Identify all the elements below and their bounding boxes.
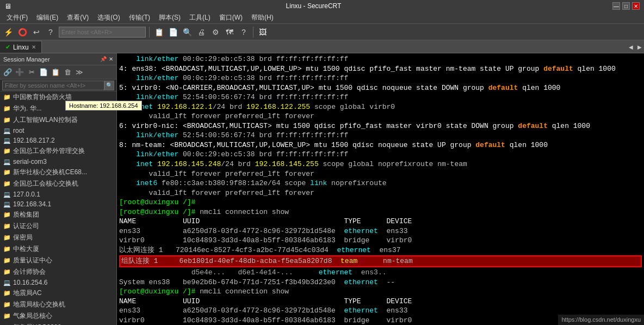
- toolbar-extra[interactable]: 🖼: [257, 26, 269, 38]
- session-item-label: 地震局AC: [13, 289, 42, 298]
- list-item[interactable]: 💻 192.168.217.2: [0, 136, 116, 145]
- list-item[interactable]: 💻 127.0.0.1: [0, 189, 116, 199]
- folder-icon: 📁: [3, 246, 11, 253]
- toolbar-copy[interactable]: 📋: [153, 26, 165, 38]
- session-filter-input[interactable]: [2, 81, 104, 90]
- list-item[interactable]: 📁 气象局总核心: [0, 310, 116, 322]
- terminal-line: link/ether 00:0c:29:eb:c5:38 brd ff:ff:f…: [119, 73, 642, 83]
- session-item-label: 气象局总核心: [13, 311, 52, 321]
- list-item[interactable]: 📁 地震局核心交换机: [0, 299, 116, 310]
- host-input[interactable]: [59, 27, 146, 38]
- session-filter-search-btn[interactable]: 🔍: [104, 81, 114, 90]
- terminal-line: [root@duxingxu /]#: [119, 198, 642, 207]
- menu-view[interactable]: 查看(V): [63, 12, 93, 23]
- terminal-line: valid_lft forever preferred_lft forever: [119, 188, 642, 198]
- terminal-line: d5e4e... d6e1-4e14-... ethernet ens3..: [119, 268, 642, 278]
- list-item[interactable]: 📁 质检集团: [0, 209, 116, 220]
- menu-options[interactable]: 选项(O): [93, 12, 124, 23]
- toolbar-find[interactable]: 🔍: [181, 26, 193, 38]
- session-icon: 💻: [3, 200, 11, 208]
- session-delete-btn[interactable]: 🗑: [62, 67, 73, 78]
- list-item[interactable]: 📁 会计师协会: [0, 266, 116, 278]
- session-close-icon[interactable]: ✕: [109, 56, 113, 62]
- highlight-row-1: 组队连接 1 6eb1801d-40ef-48db-acba-f5ea5a820…: [119, 255, 642, 267]
- terminal[interactable]: link/ether 00:0c:29:eb:c5:38 brd ff:ff:f…: [117, 53, 644, 325]
- tab-prev-button[interactable]: ◀: [627, 41, 635, 53]
- session-toolbar: 🔗 ➕ ✂ 📄 📋 🗑 ≫: [0, 65, 116, 79]
- folder-icon: 📁: [3, 116, 11, 124]
- session-pin-icon[interactable]: 📌: [100, 56, 107, 62]
- tab-close-button[interactable]: ✕: [32, 44, 36, 50]
- session-item-label: 127.0.0.1: [13, 191, 40, 198]
- list-item[interactable]: 📁 中检大厦: [0, 243, 116, 255]
- list-item[interactable]: 📁 地震局AC: [0, 287, 116, 299]
- toolbar-connect[interactable]: ⚡: [2, 26, 14, 38]
- toolbar-map[interactable]: 🗺: [224, 26, 236, 38]
- list-item[interactable]: 📁 质量认证中心: [0, 255, 116, 266]
- terminal-line: link/ether 52:54:00:56:67:74 brd ff:ff:f…: [119, 93, 642, 102]
- session-filter: 🔍: [0, 79, 116, 91]
- toolbar-paste[interactable]: 📄: [167, 26, 179, 38]
- folder-icon: 📁: [3, 148, 11, 155]
- session-toggle-btn[interactable]: ≫: [74, 67, 85, 78]
- tab-bar: ✔ Linxu ✕ ◀ ▶: [0, 40, 644, 53]
- folder-icon: 📁: [3, 257, 11, 265]
- toolbar-disconnect[interactable]: ⭕: [16, 26, 28, 38]
- session-cut-btn[interactable]: ✂: [26, 67, 37, 78]
- list-item[interactable]: 📁 全国总工会带外管理交换: [0, 145, 116, 157]
- session-connect-btn[interactable]: 🔗: [2, 67, 13, 78]
- menu-transfer[interactable]: 传输(T): [125, 12, 154, 23]
- toolbar-quick-connect[interactable]: ?: [45, 26, 57, 38]
- list-item[interactable]: 📁 新华社核心交换机CE68...: [0, 167, 116, 178]
- list-item[interactable]: 📁 人工智能WLAN控制器: [0, 114, 116, 126]
- folder-icon: 📁: [3, 169, 11, 176]
- session-item-label: 地震局核心交换机: [13, 300, 65, 309]
- session-item-label: 中检大厦: [13, 244, 39, 254]
- list-item[interactable]: 📁 全国总工会核心交换机: [0, 178, 116, 189]
- terminal-line: [root@duxingxu /]# nmcli connection show: [119, 207, 642, 217]
- session-icon: 💻: [3, 127, 11, 134]
- toolbar-reconnect[interactable]: ↩: [30, 26, 42, 38]
- menu-file[interactable]: 文件(F): [2, 12, 32, 23]
- folder-icon: 📁: [3, 290, 11, 297]
- minimize-button[interactable]: —: [612, 2, 620, 10]
- list-item[interactable]: 💻 serial-com3: [0, 157, 116, 167]
- folder-icon: 📁: [3, 94, 11, 101]
- folder-icon: 📁: [3, 234, 11, 242]
- folder-icon: 📁: [3, 312, 11, 320]
- terminal-line: 6: virbr0-nic: <BROADCAST,MULTICAST> mtu…: [119, 121, 642, 131]
- list-item[interactable]: 💻 10.16.254.6: [0, 278, 116, 287]
- tab-linxu[interactable]: ✔ Linxu ✕: [0, 41, 42, 53]
- menu-script[interactable]: 脚本(S): [154, 12, 185, 23]
- terminal-line: 4: ens38: <BROADCAST,MULTICAST,UP,LOWER_…: [119, 64, 642, 74]
- terminal-line: 以太网连接 1 720146ec-8527-4cf3-a2bc-77d45c4c…: [119, 246, 642, 255]
- terminal-line: inet 192.168.145.248/24 brd 192.168.145.…: [119, 160, 642, 169]
- session-paste-btn[interactable]: 📋: [50, 67, 61, 78]
- menu-help[interactable]: 帮助(H): [247, 12, 278, 23]
- session-item-label: 认证公司: [13, 222, 39, 231]
- menu-window[interactable]: 窗口(W): [215, 12, 247, 23]
- menu-edit[interactable]: 编辑(E): [32, 12, 63, 23]
- toolbar-help[interactable]: ?: [238, 26, 250, 38]
- list-item[interactable]: 📁 保密局: [0, 232, 116, 243]
- list-item[interactable]: 💻 root: [0, 126, 116, 136]
- session-copy-btn[interactable]: 📄: [38, 67, 49, 78]
- terminal-line: System ens38 be9e2b6b-674b-771d-7251-f3b…: [119, 278, 642, 287]
- session-new-btn[interactable]: ➕: [14, 67, 25, 78]
- close-button[interactable]: ✕: [632, 2, 640, 10]
- session-item-label: serial-com3: [13, 158, 47, 165]
- menu-tools[interactable]: 工具(L): [185, 12, 215, 23]
- session-item-label: 华为. 华...: [13, 104, 42, 113]
- main-layout: Session Manager 📌 ✕ 🔗 ➕ ✂ 📄 📋 🗑 ≫ 🔍 📁 中国…: [0, 53, 644, 325]
- toolbar-print[interactable]: 🖨: [195, 26, 207, 38]
- window-controls: — □ ✕: [612, 2, 640, 10]
- status-bar: https://blog.csdn.net/duxingxu: [558, 315, 644, 325]
- session-item-label: 192.168.217.2: [13, 137, 55, 144]
- list-item[interactable]: 📁 气象局USG9000: [0, 322, 116, 325]
- tab-next-button[interactable]: ▶: [635, 41, 644, 53]
- list-item[interactable]: 💻 192.168.34.1: [0, 199, 116, 209]
- maximize-button[interactable]: □: [622, 2, 630, 10]
- toolbar-settings[interactable]: ⚙: [209, 26, 221, 38]
- list-item[interactable]: 📁 认证公司: [0, 220, 116, 232]
- terminal-line: ens33 a6250d78-03fd-4772-8c96-32972b1d54…: [119, 306, 642, 316]
